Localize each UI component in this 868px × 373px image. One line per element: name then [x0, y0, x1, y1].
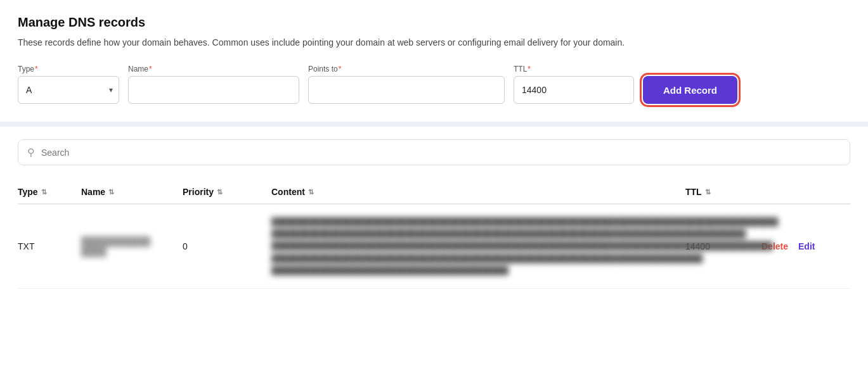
search-icon: ⚲ — [27, 146, 35, 158]
cell-type: TXT — [18, 241, 81, 251]
col-priority-label: Priority — [183, 187, 214, 197]
points-to-label: Points to* — [308, 65, 505, 73]
ttl-label: TTL* — [514, 65, 634, 73]
page-title: Manage DNS records — [18, 15, 850, 30]
sort-name-icon: ⇅ — [108, 188, 114, 196]
col-header-ttl[interactable]: TTL ⇅ — [685, 187, 761, 197]
type-select-wrapper: A AAAA CNAME MX TXT NS SRV CAA ▾ — [18, 76, 119, 104]
sort-priority-icon: ⇅ — [217, 188, 223, 196]
type-label: Type* — [18, 65, 119, 73]
col-ttl-label: TTL — [685, 187, 702, 197]
name-label: Name* — [128, 65, 299, 73]
col-header-edit — [812, 187, 850, 197]
name-field: Name* — [128, 65, 299, 104]
table-row: TXT ███████████████ 0 ██████████████████… — [18, 205, 850, 289]
type-field: Type* A AAAA CNAME MX TXT NS SRV CAA ▾ — [18, 65, 119, 104]
section-divider — [0, 122, 868, 127]
dns-records-table: Type ⇅ Name ⇅ Priority ⇅ Content ⇅ TTL ⇅ — [18, 180, 850, 289]
points-to-input[interactable] — [308, 76, 505, 104]
sort-content-icon: ⇅ — [308, 188, 314, 196]
col-header-delete — [761, 187, 812, 197]
table-header: Type ⇅ Name ⇅ Priority ⇅ Content ⇅ TTL ⇅ — [18, 180, 850, 205]
col-header-name[interactable]: Name ⇅ — [81, 187, 183, 197]
sort-ttl-icon: ⇅ — [705, 188, 711, 196]
sort-type-icon: ⇅ — [41, 188, 47, 196]
points-to-field: Points to* — [308, 65, 505, 104]
edit-button[interactable]: Edit — [798, 241, 815, 251]
col-header-content[interactable]: Content ⇅ — [271, 187, 685, 197]
col-header-type[interactable]: Type ⇅ — [18, 187, 81, 197]
col-content-label: Content — [271, 187, 305, 197]
search-section: ⚲ — [18, 127, 850, 165]
col-header-priority[interactable]: Priority ⇅ — [183, 187, 271, 197]
name-input[interactable] — [128, 76, 299, 104]
col-type-label: Type — [18, 187, 38, 197]
cell-content: ████████████████████████████████████████… — [271, 216, 588, 277]
add-record-field: x Add Record — [643, 65, 737, 104]
type-select[interactable]: A AAAA CNAME MX TXT NS SRV CAA — [18, 76, 119, 104]
page-description: These records define how your domain beh… — [18, 36, 850, 49]
ttl-field: TTL* 14400 — [514, 65, 634, 104]
ttl-input[interactable]: 14400 — [514, 76, 634, 104]
add-record-button[interactable]: Add Record — [643, 76, 737, 104]
col-name-label: Name — [81, 187, 105, 197]
search-box: ⚲ — [18, 139, 850, 165]
cell-priority: 0 — [183, 241, 271, 251]
dns-record-form: Type* A AAAA CNAME MX TXT NS SRV CAA ▾ N… — [18, 65, 850, 104]
cell-name: ███████████████ — [81, 236, 183, 256]
search-input[interactable] — [41, 148, 841, 158]
